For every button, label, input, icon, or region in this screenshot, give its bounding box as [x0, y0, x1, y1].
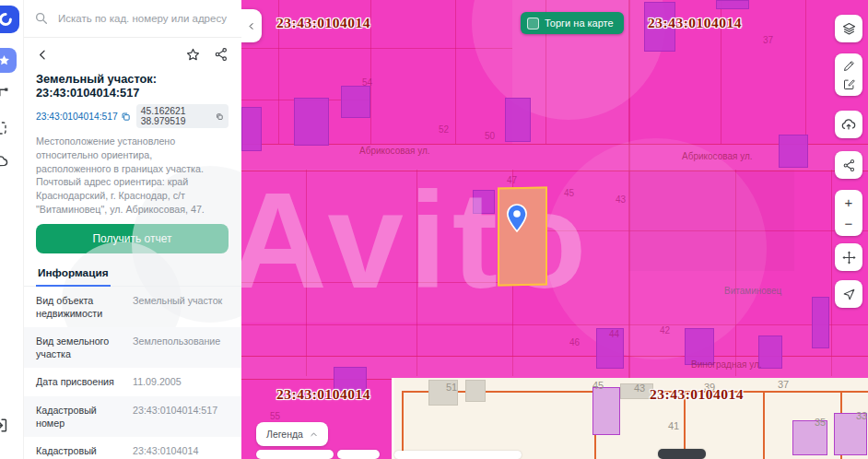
quarter-border-orange: [763, 391, 765, 459]
draw-polygon-button[interactable]: [0, 87, 9, 104]
building: [465, 380, 486, 402]
favorite-object-button[interactable]: [185, 47, 201, 63]
watermark-circle: [545, 138, 767, 359]
coordinates-chip[interactable]: 45.162621 38.979519: [136, 104, 229, 128]
cadastral-number-link[interactable]: 23:43:0104014:517: [36, 112, 131, 122]
login-button[interactable]: [0, 417, 9, 434]
regions-button[interactable]: [0, 153, 9, 171]
my-location-button[interactable]: [835, 280, 862, 308]
parcel-number: 42: [660, 325, 670, 335]
chevron-left-icon: [247, 20, 256, 32]
edit-square-icon: [842, 77, 856, 91]
share-object-button[interactable]: [214, 47, 229, 62]
map-canvas[interactable]: 54525047454337464442555145433937413533 A…: [241, 0, 868, 459]
info-row-label: Кадастровый номер: [36, 404, 133, 430]
legend-button-label: Легенда: [266, 429, 303, 440]
selected-parcel[interactable]: [498, 187, 547, 287]
map-labels: 23:43:010401423:43:010401423:43:01040142…: [241, 0, 868, 459]
building: [779, 135, 808, 168]
parcel-boundary-line: [455, 0, 456, 144]
parcel-number: 47: [507, 175, 517, 185]
parcel-boundary-line: [831, 170, 832, 376]
app-logo[interactable]: [0, 6, 19, 33]
info-row-value: Землепользование: [133, 335, 229, 360]
quarter-border-orange: [684, 391, 686, 459]
quarter-border-orange: [594, 391, 596, 459]
copy-icon[interactable]: [121, 112, 131, 122]
star-icon: [0, 48, 17, 73]
parcel-number: 33: [856, 410, 867, 421]
zoom-in-button[interactable]: +: [845, 192, 853, 213]
cadastral-quarter-label: 23:43:0104014: [650, 386, 744, 403]
share-map-button[interactable]: [835, 151, 862, 179]
object-title: Земельный участок: 23:43:0104014:517: [23, 69, 241, 104]
back-button[interactable]: [36, 48, 50, 62]
info-rows: Вид объекта недвижимостиЗемельный участо…: [23, 287, 241, 459]
zoom-control[interactable]: + −: [835, 190, 862, 236]
layers-button[interactable]: [835, 15, 862, 42]
draw-polygon-icon: [0, 87, 9, 104]
parcel-number: 52: [439, 124, 449, 135]
building: [334, 367, 367, 391]
parcel-tint: [241, 324, 868, 356]
select-area-button[interactable]: [0, 120, 8, 136]
parcel-boundary-line: [241, 324, 868, 325]
draw-tools-button[interactable]: [835, 53, 862, 96]
object-info-panel: Земельный участок: 23:43:0104014:517 23:…: [23, 0, 241, 459]
parcel-tint: [241, 170, 512, 323]
info-row: Вид объекта недвижимостиЗемельный участо…: [23, 287, 241, 327]
collapse-panel-button[interactable]: [241, 9, 262, 42]
parcel-number: 55: [270, 411, 280, 421]
parcel-number: 44: [609, 329, 619, 339]
search-icon: [34, 11, 49, 26]
info-row-value: 23:43:0104014:517: [133, 404, 229, 430]
share-icon: [214, 47, 229, 62]
search-input[interactable]: [56, 12, 230, 25]
parcel-boundary-line: [512, 230, 868, 231]
bottom-scale-chip: [394, 451, 522, 459]
info-row: Кадастровый квартал23:43:0104014: [23, 437, 241, 459]
move-icon: [841, 250, 857, 265]
building: [596, 328, 624, 369]
pan-mode-button[interactable]: [835, 243, 862, 271]
building: [685, 328, 714, 365]
get-report-button[interactable]: Получить отчет: [36, 224, 229, 253]
login-icon: [0, 417, 9, 434]
parcel-number: 51: [446, 382, 457, 393]
info-row: Вид земельного участкаЗемлепользование: [23, 327, 241, 368]
legend-button[interactable]: Легенда: [256, 422, 328, 446]
parcel-boundary-line: [241, 48, 512, 49]
ruler-pencil-icon: [842, 59, 856, 73]
building: [812, 297, 829, 348]
left-icon-rail: [0, 0, 24, 459]
copy-icon[interactable]: [216, 112, 224, 122]
bottom-status-chip: [256, 450, 334, 459]
favorites-button[interactable]: [0, 48, 17, 73]
parcel-number: 37: [778, 379, 789, 390]
info-row: Дата присвоения11.09.2005: [23, 368, 241, 396]
upload-button[interactable]: [835, 111, 862, 138]
building: [620, 383, 653, 399]
cadastral-quarter-label: 23:43:0104014: [276, 386, 370, 403]
info-row: Кадастровый номер23:43:0104014:517: [23, 396, 241, 437]
building: [341, 86, 370, 118]
zoom-out-button[interactable]: −: [845, 213, 853, 234]
object-id-row: 23:43:0104014:517 45.162621 38.979519: [23, 104, 241, 128]
chevron-up-icon: [310, 430, 318, 439]
layers-icon: [841, 21, 857, 37]
checkbox-icon: [527, 18, 539, 29]
building: [792, 420, 827, 455]
cloud-icon: [0, 153, 9, 171]
quarter-border-orange: [402, 391, 404, 459]
tab-information[interactable]: Информация: [36, 262, 111, 287]
chevron-left-icon: [36, 48, 50, 62]
auctions-on-map-button[interactable]: Торги на карте: [521, 12, 624, 34]
neighbour-quarter: [394, 378, 868, 459]
parcel-number: 41: [668, 420, 679, 431]
building: [592, 387, 620, 435]
star-outline-icon: [185, 47, 201, 63]
parcel-boundary-line: [735, 170, 736, 376]
street-label: Абрикосовая ул.: [682, 151, 753, 161]
street-label: Виноградная ул.: [691, 359, 762, 370]
parcel-number: 45: [564, 188, 574, 198]
